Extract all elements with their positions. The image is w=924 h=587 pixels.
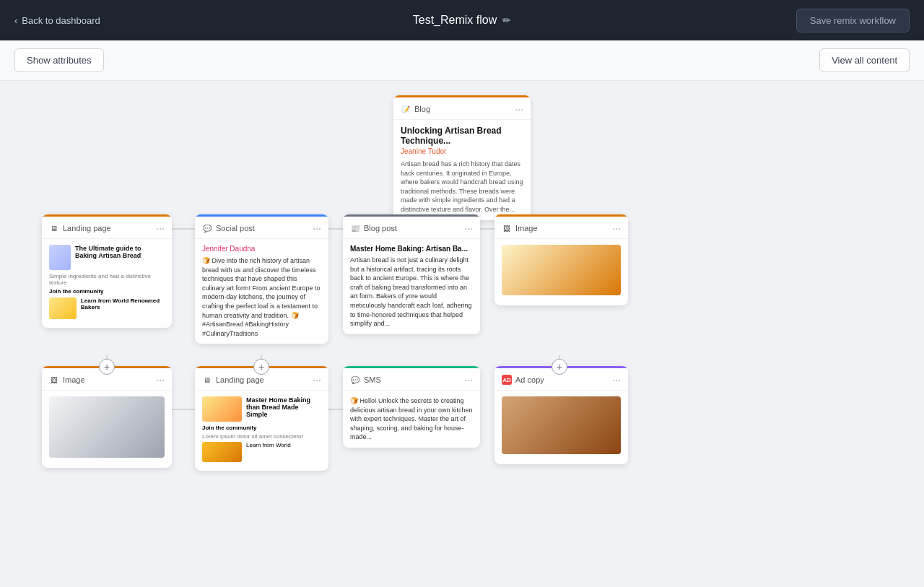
lp2-title: Master Home Baking than Bread Made Simpl… — [246, 396, 321, 418]
root-blog-card[interactable]: 📝 Blog ··· Unlocking Artisan Bread Techn… — [393, 95, 531, 220]
ad-thumbnail — [502, 396, 621, 454]
back-label: Back to dashboard — [22, 15, 100, 26]
root-card-author: Jeanine Tudor — [401, 147, 523, 155]
sms-type-label: SMS — [364, 375, 381, 384]
bp1-title: Master Home Baking: Artisan Ba... — [350, 245, 473, 253]
root-card-body: Unlocking Artisan Bread Technique... Jea… — [393, 120, 531, 220]
lp1-type: 🖥 Landing page — [49, 223, 111, 233]
image2-icon: 🖼 — [49, 375, 59, 385]
toolbar: Show attributes View all content — [0, 40, 924, 81]
lp1-menu-icon[interactable]: ··· — [156, 222, 165, 234]
root-card-text: Artisan bread has a rich history that da… — [401, 160, 523, 214]
lp2-card[interactable]: 🖥 Landing page ··· Master Home Baking th… — [195, 366, 328, 471]
lp2-thumb1 — [202, 396, 242, 422]
lp1-cta1: Join the community — [49, 288, 165, 295]
blog-post-icon: 📰 — [350, 223, 360, 233]
bp1-card[interactable]: 📰 Blog post ··· Master Home Baking: Arti… — [343, 214, 480, 334]
show-attributes-button[interactable]: Show attributes — [14, 48, 104, 72]
img2-body — [42, 391, 172, 468]
img2-card[interactable]: 🖼 Image ··· — [42, 366, 172, 468]
root-card-title: Unlocking Artisan Bread Technique... — [401, 126, 523, 146]
lp2-type: 🖥 Landing page — [202, 375, 264, 385]
root-card-type-label: Blog — [414, 105, 430, 113]
sp1-text: 🍞 Dive into the rich history of artisan … — [202, 256, 321, 338]
bp1-type: 📰 Blog post — [350, 223, 397, 233]
social-post-icon: 💬 — [202, 223, 212, 233]
img1-type-label: Image — [515, 224, 538, 232]
bp1-menu-icon[interactable]: ··· — [464, 222, 473, 234]
sp1-author: Jennifer Daudna — [202, 245, 321, 253]
lp1-cta2: Learn from World Renowned Bakers — [81, 297, 165, 310]
img2-menu-icon[interactable]: ··· — [156, 374, 165, 386]
workflow-title: Test_Remix flow — [413, 14, 497, 27]
landing-page2-icon: 🖥 — [202, 375, 212, 385]
edit-title-icon[interactable]: ✏ — [502, 14, 511, 26]
lp1-card[interactable]: 🖥 Landing page ··· The Ultimate guide to… — [42, 214, 172, 328]
sp1-type: 💬 Social post — [202, 223, 255, 233]
lp2-cta2: Learn from World — [246, 442, 291, 448]
sms-body: 🍞 Hello! Unlock the secrets to creating … — [343, 391, 480, 448]
lp2-body: Master Home Baking than Bread Made Simpl… — [195, 391, 328, 471]
landing-page-icon: 🖥 — [49, 223, 59, 233]
workflow-canvas: 📝 Blog ··· Unlocking Artisan Bread Techn… — [0, 81, 924, 587]
ad-body — [494, 391, 628, 464]
lp1-title: The Ultimate guide to Baking Artisan Bre… — [75, 245, 165, 259]
lp2-cta: Join the community — [202, 425, 321, 431]
ad-card[interactable]: AD Ad copy ··· — [494, 366, 628, 464]
bp1-body: Master Home Baking: Artisan Ba... Artisa… — [343, 239, 480, 334]
lp1-header: 🖥 Landing page ··· — [42, 214, 172, 239]
img2-type: 🖼 Image — [49, 375, 85, 385]
view-all-content-button[interactable]: View all content — [819, 48, 910, 72]
root-card-menu-icon[interactable]: ··· — [515, 103, 523, 115]
image-icon: 🖼 — [502, 223, 512, 233]
img1-menu-icon[interactable]: ··· — [612, 222, 621, 234]
blog-icon: 📝 — [401, 104, 411, 114]
sp1-menu-icon[interactable]: ··· — [313, 222, 321, 234]
lp1-thumbnail — [49, 245, 71, 270]
root-card-type: 📝 Blog — [401, 104, 430, 114]
lp2-thumb2 — [202, 442, 242, 462]
bp1-header: 📰 Blog post ··· — [343, 214, 480, 239]
lp1-thumbnail2 — [49, 297, 77, 319]
lp2-type-label: Landing page — [216, 375, 264, 384]
img2-type-label: Image — [63, 375, 85, 384]
ad-menu-icon[interactable]: ··· — [612, 374, 621, 386]
back-arrow-icon: ‹ — [14, 15, 17, 26]
sms-icon: 💬 — [350, 375, 360, 385]
img1-thumbnail — [502, 245, 621, 295]
plus-img1-button[interactable]: + — [552, 359, 567, 375]
sms-card[interactable]: 💬 SMS ··· 🍞 Hello! Unlock the secrets to… — [343, 366, 480, 448]
sms-type: 💬 SMS — [350, 375, 381, 385]
img2-thumbnail — [49, 396, 165, 458]
sms-menu-icon[interactable]: ··· — [464, 374, 473, 386]
img1-body — [494, 239, 628, 305]
header: ‹ Back to dashboard Test_Remix flow ✏ Sa… — [0, 0, 924, 40]
img1-header: 🖼 Image ··· — [494, 214, 628, 239]
sp1-card[interactable]: 💬 Social post ··· Jennifer Daudna 🍞 Dive… — [195, 214, 328, 344]
bp1-text: Artisan bread is not just a culinary del… — [350, 256, 473, 329]
back-button[interactable]: ‹ Back to dashboard — [14, 15, 100, 26]
ad-type: AD Ad copy — [502, 375, 544, 385]
plus-sp1-button[interactable]: + — [253, 359, 269, 375]
lp1-type-label: Landing page — [63, 224, 111, 232]
sp1-body: Jennifer Daudna 🍞 Dive into the rich his… — [195, 239, 328, 344]
lp2-menu-icon[interactable]: ··· — [313, 374, 321, 386]
sms-text: 🍞 Hello! Unlock the secrets to creating … — [350, 396, 473, 442]
bp1-type-label: Blog post — [364, 224, 397, 232]
img1-card[interactable]: 🖼 Image ··· — [494, 214, 628, 305]
sp1-header: 💬 Social post ··· — [195, 214, 328, 239]
header-title: Test_Remix flow ✏ — [413, 14, 511, 27]
ad-badge-icon: AD — [502, 375, 512, 385]
img1-type: 🖼 Image — [502, 223, 538, 233]
sp1-type-label: Social post — [216, 224, 255, 232]
lp1-text-body: Simple ingredients and had a distinctive… — [49, 273, 165, 286]
plus-lp1-button[interactable]: + — [99, 359, 115, 375]
ad-type-label: Ad copy — [515, 375, 544, 384]
root-card-header: 📝 Blog ··· — [393, 95, 531, 120]
lp1-body: The Ultimate guide to Baking Artisan Bre… — [42, 239, 172, 328]
lp2-text-body: Lorem ipsum dolor sit amet consectetur — [202, 433, 321, 440]
save-workflow-button[interactable]: Save remix workflow — [796, 9, 910, 32]
sms-header: 💬 SMS ··· — [343, 366, 480, 391]
